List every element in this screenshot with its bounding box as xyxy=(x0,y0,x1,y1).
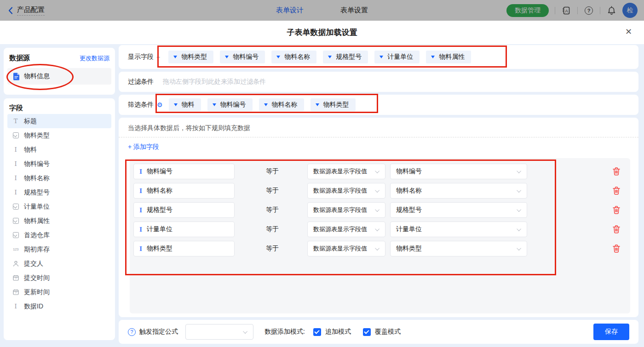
fields-panel: 字段 T 标题 物料类型 I 物料 I 物料编号 xyxy=(4,98,115,340)
checkbox-checked-icon xyxy=(363,328,371,336)
rule-target-select[interactable]: 计量单位 xyxy=(390,222,527,237)
field-item-material-code[interactable]: I 物料编号 xyxy=(7,157,111,171)
fill-rules-panel: 当选择具体数据后，将按如下规则填充数据 + 添加字段 I 物料编号 等于 数据源… xyxy=(119,118,638,317)
rule-field-input[interactable]: I 物料类型 xyxy=(133,241,235,256)
field-tag[interactable]: 物料编号 xyxy=(207,98,253,111)
field-item-submit-time[interactable]: 7 提交时间 xyxy=(7,271,111,285)
chevron-down-icon xyxy=(375,246,380,250)
field-tag[interactable]: 物料类型 xyxy=(310,98,356,111)
rule-field-input[interactable]: I 物料编号 xyxy=(133,164,235,179)
rule-source-select[interactable]: 数据源表显示字段值 xyxy=(307,222,385,237)
caret-down-icon xyxy=(174,103,178,106)
field-item-update-time[interactable]: 7 更新时间 xyxy=(7,285,111,299)
filter-conditions-label: 过滤条件 xyxy=(128,78,154,86)
field-item-opening-stock[interactable]: 123 期初库存 xyxy=(7,242,111,256)
text-icon: I xyxy=(12,175,19,182)
text-icon: I xyxy=(12,189,19,196)
delete-rule-icon[interactable] xyxy=(613,206,620,214)
rule-row: I 物料类型 等于 数据源表显示字段值 物料类型 xyxy=(133,241,630,256)
divider xyxy=(119,137,638,137)
screening-conditions-label: 筛选条件 xyxy=(128,101,154,109)
caret-down-icon xyxy=(316,103,319,106)
overwrite-mode-checkbox[interactable]: 覆盖模式 xyxy=(363,328,401,336)
chevron-down-icon xyxy=(517,169,521,173)
save-button[interactable]: 保存 xyxy=(593,324,629,340)
modal-dim-overlay xyxy=(0,0,644,21)
select-icon xyxy=(12,132,19,138)
chevron-down-icon xyxy=(375,207,380,212)
rule-target-select[interactable]: 物料类型 xyxy=(390,241,527,256)
rule-target-select[interactable]: 物料名称 xyxy=(390,183,527,199)
rule-source-select[interactable]: 数据源表显示字段值 xyxy=(307,241,385,256)
datasource-panel: 数据源 更改数据源 物料信息 xyxy=(4,48,115,95)
field-item-submitter[interactable]: 提交人 xyxy=(7,256,111,271)
checkbox-checked-icon xyxy=(313,328,321,336)
add-field-button[interactable]: + 添加字段 xyxy=(128,143,159,151)
chevron-down-icon xyxy=(375,227,380,231)
field-item-material[interactable]: I 物料 xyxy=(7,142,111,157)
rule-source-select[interactable]: 数据源表显示字段值 xyxy=(307,183,385,199)
delete-rule-icon[interactable] xyxy=(613,245,620,253)
display-fields-row: 显示字段 + 物料类型 物料编号 物料名称 规格型号 计量单位 物料属性 xyxy=(119,45,638,69)
rule-target-select[interactable]: 物料编号 xyxy=(390,164,527,179)
field-item-material-attr[interactable]: 物料属性 xyxy=(7,214,111,228)
field-tag[interactable]: 物料名称 xyxy=(271,51,316,63)
delete-rule-icon[interactable] xyxy=(613,225,620,233)
formula-select[interactable] xyxy=(185,324,253,340)
delete-rule-icon[interactable] xyxy=(613,167,620,176)
text-icon: I xyxy=(139,168,142,175)
field-tag[interactable]: 物料编号 xyxy=(220,51,265,63)
filter-drop-placeholder: 拖动左侧字段到此处来添加过滤条件 xyxy=(163,78,266,86)
operator-label: 等于 xyxy=(266,187,280,195)
number-icon: 123 xyxy=(12,247,19,251)
app-root: 产品配置 表单设计 表单设置 数据管理 A ? 检 子表单数据加载设置 ✕ xyxy=(0,0,644,347)
operator-label: 等于 xyxy=(266,167,280,176)
title-icon: T xyxy=(12,118,19,125)
rule-field-input[interactable]: I 物料名称 xyxy=(133,183,235,199)
screening-conditions-row: 筛选条件 ⚙ 物料 物料编号 物料名称 物料类型 xyxy=(119,95,638,115)
rule-row: I 规格型号 等于 数据源表显示字段值 规格型号 xyxy=(133,202,630,218)
field-item-unit[interactable]: 计量单位 xyxy=(7,199,111,214)
text-icon: I xyxy=(12,303,19,310)
add-display-field-button[interactable]: + xyxy=(156,53,160,61)
chevron-down-icon xyxy=(517,227,521,231)
datasource-heading: 数据源 xyxy=(9,54,30,63)
rule-field-input[interactable]: I 规格型号 xyxy=(133,202,235,218)
field-tag[interactable]: 物料属性 xyxy=(426,51,471,63)
field-item-title[interactable]: T 标题 xyxy=(7,114,111,128)
field-tag[interactable]: 计量单位 xyxy=(374,51,420,63)
field-item-preferred-warehouse[interactable]: 首选仓库 xyxy=(7,228,111,242)
subform-data-load-modal: 子表单数据加载设置 ✕ 数据源 更改数据源 物料信息 字段 T 标题 xyxy=(0,21,644,347)
caret-down-icon xyxy=(213,103,216,106)
caret-down-icon xyxy=(225,56,229,58)
field-tag[interactable]: 规格型号 xyxy=(323,51,368,63)
gear-icon[interactable]: ⚙ xyxy=(157,102,163,108)
field-tag[interactable]: 物料名称 xyxy=(259,98,304,111)
field-item-material-name[interactable]: I 物料名称 xyxy=(7,171,111,185)
rule-field-input[interactable]: I 计量单位 xyxy=(133,222,235,237)
filter-conditions-row[interactable]: 过滤条件 拖动左侧字段到此处来添加过滤条件 xyxy=(119,72,638,92)
field-item-data-id[interactable]: I 数据ID xyxy=(7,299,111,313)
append-mode-checkbox[interactable]: 追加模式 xyxy=(313,328,351,336)
help-icon[interactable]: ? xyxy=(128,328,136,336)
caret-down-icon xyxy=(173,56,177,58)
field-item-spec-model[interactable]: I 规格型号 xyxy=(7,185,111,199)
delete-rule-icon[interactable] xyxy=(613,187,620,195)
rule-source-select[interactable]: 数据源表显示字段值 xyxy=(307,202,385,218)
select-icon xyxy=(12,232,19,238)
rule-source-select[interactable]: 数据源表显示字段值 xyxy=(307,164,385,179)
field-tag[interactable]: 物料 xyxy=(169,98,201,111)
field-item-material-type[interactable]: 物料类型 xyxy=(7,128,111,142)
chevron-down-icon xyxy=(517,246,521,250)
field-tag[interactable]: 物料类型 xyxy=(168,51,213,63)
rule-row: I 物料名称 等于 数据源表显示字段值 物料名称 xyxy=(133,183,630,199)
change-datasource-link[interactable]: 更改数据源 xyxy=(80,54,109,63)
modal-title: 子表单数据加载设置 xyxy=(0,21,644,44)
close-icon[interactable]: ✕ xyxy=(625,28,632,36)
text-icon: I xyxy=(12,160,19,167)
datasource-item[interactable]: 物料信息 xyxy=(7,68,111,85)
data-add-mode-label: 数据添加模式: xyxy=(264,328,305,336)
display-field-tags: 物料类型 物料编号 物料名称 规格型号 计量单位 物料属性 xyxy=(168,51,471,63)
rule-target-select[interactable]: 规格型号 xyxy=(390,202,527,218)
text-icon: I xyxy=(12,146,19,153)
